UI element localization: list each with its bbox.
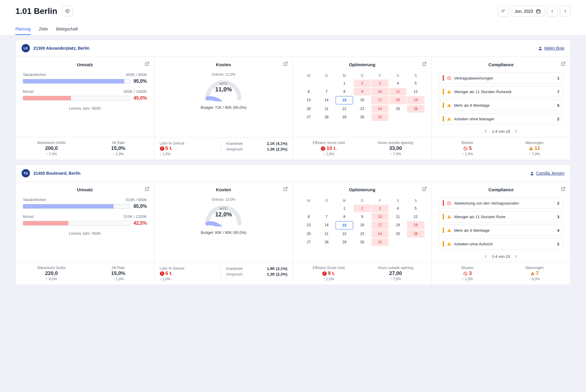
pager-next[interactable] <box>513 128 519 135</box>
compliance-item[interactable]: Weniger als 11 Stunden Ruhe 3 <box>439 211 564 222</box>
calendar-day[interactable]: 18 <box>389 221 406 229</box>
calendar-day[interactable]: 27 <box>300 113 317 121</box>
external-link-icon[interactable] <box>422 61 427 66</box>
calendar-day[interactable]: 26 <box>407 105 424 113</box>
calendar-day[interactable]: 31 <box>371 113 389 121</box>
compliance-item[interactable]: Mehr als 6 Werktage 5 <box>439 100 564 111</box>
pager-next[interactable] <box>513 253 519 260</box>
calendar-day[interactable]: 29 <box>336 113 353 121</box>
compliance-item[interactable]: Arbeiten ohne Aufsicht 2 <box>439 238 564 250</box>
calendar-day[interactable]: 19 <box>407 221 424 229</box>
calendar-day[interactable]: 17 <box>371 96 389 104</box>
calendar-day[interactable]: 23 <box>354 105 371 113</box>
calendar-day[interactable]: 14 <box>318 221 335 229</box>
calendar-day[interactable]: 24 <box>371 105 389 113</box>
calendar-day[interactable]: 9 <box>354 88 371 95</box>
calendar-day[interactable]: 21 <box>318 105 335 113</box>
calendar-day[interactable]: 3 <box>371 205 389 212</box>
calendar-day[interactable]: 28 <box>318 113 335 121</box>
sort-button[interactable] <box>498 6 509 17</box>
calendar-day[interactable]: 30 <box>354 238 371 246</box>
calendar-day[interactable]: 1 <box>336 80 353 87</box>
external-link-icon[interactable] <box>145 61 149 66</box>
calendar-day[interactable]: 1 <box>336 205 353 212</box>
calendar-day[interactable]: 15 <box>336 221 353 229</box>
calendar-day[interactable]: 4 <box>389 80 406 87</box>
calendar-day[interactable]: 11 <box>389 88 406 95</box>
calendar-day[interactable]: 21 <box>318 230 335 238</box>
compliance-item[interactable]: Mehr als 6 Werktage 4 <box>439 225 564 236</box>
calendar-day[interactable]: 17 <box>371 221 389 229</box>
calendar-day[interactable]: 27 <box>300 238 317 246</box>
calendar-day[interactable]: 28 <box>318 238 335 246</box>
compliance-item[interactable]: Weniger als 11 Stunden Ruhezeit 7 <box>439 86 564 97</box>
calendar-day[interactable]: 3 <box>371 80 389 87</box>
calendar-day[interactable]: 26 <box>407 230 424 238</box>
tab-ziele[interactable]: Ziele <box>39 24 48 35</box>
calendar-day[interactable]: 16 <box>354 221 371 229</box>
calendar-day[interactable]: 5 <box>407 80 424 87</box>
calendar-day[interactable]: 15 <box>336 96 353 104</box>
calendar-day[interactable]: 31 <box>371 238 389 246</box>
calendar-day[interactable]: 10 <box>371 88 389 95</box>
external-link-icon[interactable] <box>561 187 566 191</box>
calendar-day[interactable]: 19 <box>407 96 424 104</box>
calendar-day[interactable]: 25 <box>389 230 406 238</box>
next-month-button[interactable] <box>560 6 571 17</box>
calendar-day[interactable]: 24 <box>371 230 389 238</box>
calendar-day[interactable]: 13 <box>300 221 317 229</box>
calendar-day[interactable]: 20 <box>300 105 317 113</box>
calendar-day[interactable]: 7 <box>318 88 335 95</box>
tab-belegschaft[interactable]: Belegschaft <box>56 24 78 35</box>
calendar-day[interactable]: 2 <box>354 80 371 87</box>
manager-link[interactable]: Camilla Jensen <box>530 171 564 176</box>
compliance-item[interactable]: Abweichung von den Vertragsstunden 2 <box>439 197 564 209</box>
calendar-day[interactable]: 12 <box>407 213 424 221</box>
calendar-day[interactable]: 2 <box>354 205 371 212</box>
pager-prev[interactable] <box>482 128 489 135</box>
calendar-day[interactable]: 7 <box>318 213 335 221</box>
compliance-item[interactable]: Arbeiten ohne Manager 2 <box>439 113 564 124</box>
compliance-item[interactable]: Vertragsabweichungen 1 <box>439 72 564 84</box>
calendar-day[interactable]: 25 <box>389 105 406 113</box>
calendar-day[interactable]: 30 <box>354 113 371 121</box>
manager-link[interactable]: Helen Boje <box>538 46 565 51</box>
calendar-day[interactable]: 8 <box>336 213 353 221</box>
external-link-icon[interactable] <box>283 61 288 66</box>
compliance-icon <box>447 76 451 80</box>
calendar-day[interactable]: 23 <box>354 230 371 238</box>
tab-planung[interactable]: Planung <box>15 24 30 35</box>
layers-button[interactable] <box>62 6 73 17</box>
store-name[interactable]: 21300 Alexanderplatz, Berlin <box>33 46 89 51</box>
calendar-day[interactable]: 29 <box>336 238 353 246</box>
calendar-day[interactable]: 10 <box>371 213 389 221</box>
calendar-day[interactable]: 8 <box>336 88 353 95</box>
calendar-day[interactable]: 9 <box>354 213 371 221</box>
calendar-day[interactable]: 14 <box>318 96 335 104</box>
calendar-day[interactable]: 22 <box>336 230 353 238</box>
svg-rect-16 <box>449 93 449 93</box>
date-picker[interactable]: Jun, 2023 <box>511 6 545 17</box>
calendar-day[interactable]: 13 <box>300 96 317 104</box>
calendar-day[interactable]: 16 <box>354 96 371 104</box>
prev-month-button[interactable] <box>547 6 558 17</box>
svg-line-27 <box>285 187 287 189</box>
calendar-day[interactable]: 6 <box>300 213 317 221</box>
calendar-day[interactable]: 18 <box>389 96 406 104</box>
calendar-day[interactable]: 4 <box>389 205 406 212</box>
compliance-icon <box>447 201 451 205</box>
calendar-day[interactable]: 22 <box>336 105 353 113</box>
external-link-icon[interactable] <box>561 61 566 66</box>
calendar-day[interactable]: 5 <box>407 205 424 212</box>
pager-prev[interactable] <box>482 253 489 260</box>
calendar-day[interactable]: 12 <box>407 88 424 95</box>
calendar-day[interactable]: 11 <box>389 213 406 221</box>
panel-title-umsatz: Umsatz <box>23 187 147 192</box>
external-link-icon[interactable] <box>145 187 149 191</box>
external-link-icon[interactable] <box>422 187 427 191</box>
external-link-icon[interactable] <box>283 187 288 191</box>
compliance-icon <box>447 242 451 246</box>
calendar-day[interactable]: 20 <box>300 230 317 238</box>
calendar-day[interactable]: 6 <box>300 88 317 95</box>
store-name[interactable]: 21400 Boulevard, Berlin <box>33 171 81 176</box>
